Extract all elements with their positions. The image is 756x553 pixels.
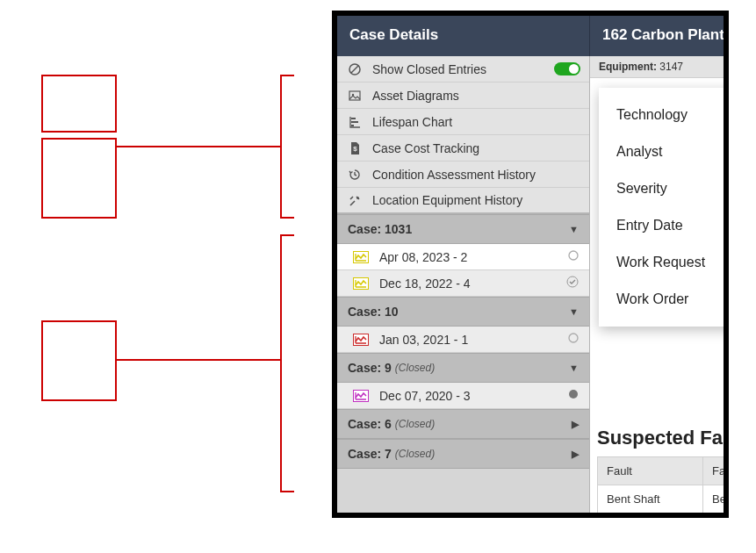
case-header[interactable]: Case: 10▼ (337, 297, 589, 327)
fault-col-1[interactable]: Fault (598, 457, 703, 485)
svg-rect-1 (42, 139, 116, 218)
suspected-faults-title: Suspected Faults (597, 427, 724, 449)
cases-list: Case: 1031▼Apr 08, 2023 - 2Dec 18, 2022 … (337, 214, 589, 469)
equipment-value: 3147 (659, 61, 683, 73)
dropdown-item-technology[interactable]: Technology (599, 97, 724, 133)
fault-col-2[interactable]: Fault (703, 457, 724, 485)
case-entry[interactable]: Dec 07, 2020 - 3 (337, 383, 589, 409)
fault-cell: Bent Shaft (598, 485, 703, 513)
case-header[interactable]: Case: 7 (Closed)▶ (337, 439, 589, 469)
option-cost-tracking[interactable]: $ Case Cost Tracking (337, 135, 589, 162)
dropdown-item-analyst[interactable]: Analyst (599, 133, 724, 170)
svg-rect-0 (42, 75, 116, 132)
doc-dollar-icon: $ (346, 140, 364, 155)
entry-label: Dec 07, 2020 - 3 (379, 389, 471, 403)
case-entry[interactable]: Apr 08, 2023 - 2 (337, 244, 589, 270)
svg-rect-2 (42, 321, 116, 400)
case-details-title: Case Details (337, 16, 590, 56)
svg-text:$: $ (353, 145, 357, 153)
dropdown-item-entry-date[interactable]: Entry Date (599, 207, 724, 244)
option-lifespan-chart[interactable]: Lifespan Chart (337, 109, 589, 135)
option-label: Case Cost Tracking (372, 141, 479, 155)
entry-label: Dec 18, 2022 - 4 (379, 276, 471, 291)
prohibit-icon (346, 61, 364, 76)
svg-rect-7 (351, 118, 356, 119)
equipment-bar: Equipment: 3147 (590, 56, 724, 78)
chevron-down-icon: ▼ (569, 224, 579, 234)
svg-point-11 (356, 197, 359, 199)
case-entry[interactable]: Jan 03, 2021 - 1 (337, 327, 589, 353)
chevron-down-icon: ▼ (569, 306, 579, 317)
option-show-closed[interactable]: Show Closed Entries (337, 56, 589, 83)
fault-table-row[interactable]: Bent Shaft Be (597, 485, 724, 513)
svg-point-17 (569, 334, 578, 342)
case-header[interactable]: Case: 6 (Closed)▶ (337, 409, 589, 439)
toggle-show-closed[interactable] (554, 62, 580, 75)
location-title: 162 Carbon Plant (590, 16, 724, 56)
entry-status-icon (568, 250, 579, 263)
chart-icon (353, 251, 369, 263)
case-title: Case: 6 (348, 417, 392, 431)
entry-label: Jan 03, 2021 - 1 (379, 333, 468, 347)
svg-point-15 (567, 276, 578, 287)
option-label: Show Closed Entries (372, 62, 486, 76)
fault-table-header: Fault Fault (597, 456, 724, 485)
annotation-brackets (0, 0, 332, 527)
case-title: Case: 9 (348, 361, 392, 375)
case-details-panel: Show Closed Entries Asset Diagrams Lifes… (337, 56, 590, 513)
app-window: Case Details 162 Carbon Plant Show Close… (332, 11, 729, 518)
chart-icon (353, 334, 369, 346)
case-closed-label: (Closed) (395, 418, 435, 430)
svg-line-4 (351, 66, 358, 73)
dropdown-item-severity[interactable]: Severity (599, 170, 724, 207)
svg-rect-9 (351, 125, 354, 126)
svg-rect-8 (351, 121, 358, 123)
option-location-history[interactable]: Location Equipment History (337, 188, 589, 214)
dropdown-item-work-request[interactable]: Work Request (599, 244, 724, 281)
case-entry[interactable]: Dec 18, 2022 - 4 (337, 270, 589, 297)
case-header[interactable]: Case: 1031▼ (337, 214, 589, 244)
image-icon (346, 88, 364, 103)
chevron-right-icon: ▶ (572, 419, 579, 430)
option-asset-diagrams[interactable]: Asset Diagrams (337, 83, 589, 109)
option-condition-history[interactable]: Condition Assessment History (337, 162, 589, 188)
entry-label: Apr 08, 2023 - 2 (379, 250, 467, 264)
details-panel: Equipment: 3147 Technology Analyst Sever… (590, 56, 724, 513)
chevron-right-icon: ▶ (572, 449, 579, 460)
svg-point-19 (569, 390, 578, 399)
option-label: Condition Assessment History (372, 168, 536, 182)
case-header[interactable]: Case: 9 (Closed)▼ (337, 353, 589, 383)
fault-cell: Be (703, 485, 724, 513)
case-title: Case: 1031 (348, 222, 412, 236)
history-icon (346, 167, 364, 182)
case-closed-label: (Closed) (395, 448, 435, 460)
option-label: Location Equipment History (372, 193, 522, 207)
entry-status-icon (566, 276, 579, 291)
option-label: Asset Diagrams (372, 89, 459, 103)
case-title: Case: 10 (348, 305, 399, 319)
equipment-label: Equipment: (599, 61, 657, 73)
gantt-icon (346, 114, 364, 129)
svg-point-13 (569, 251, 578, 260)
tools-icon (346, 192, 364, 207)
case-title: Case: 7 (348, 447, 392, 461)
case-closed-label: (Closed) (395, 362, 435, 374)
chart-icon (353, 390, 369, 402)
field-dropdown: Technology Analyst Severity Entry Date W… (599, 88, 724, 327)
dropdown-item-work-order[interactable]: Work Order (599, 281, 724, 318)
chevron-down-icon: ▼ (569, 363, 579, 373)
header-bar: Case Details 162 Carbon Plant (337, 16, 724, 56)
svg-rect-5 (349, 91, 360, 100)
option-label: Lifespan Chart (372, 115, 452, 129)
entry-status-icon (568, 389, 579, 402)
fault-table: Fault Fault Bent Shaft Be (597, 456, 724, 513)
entry-status-icon (568, 333, 579, 346)
chart-icon (353, 277, 369, 290)
